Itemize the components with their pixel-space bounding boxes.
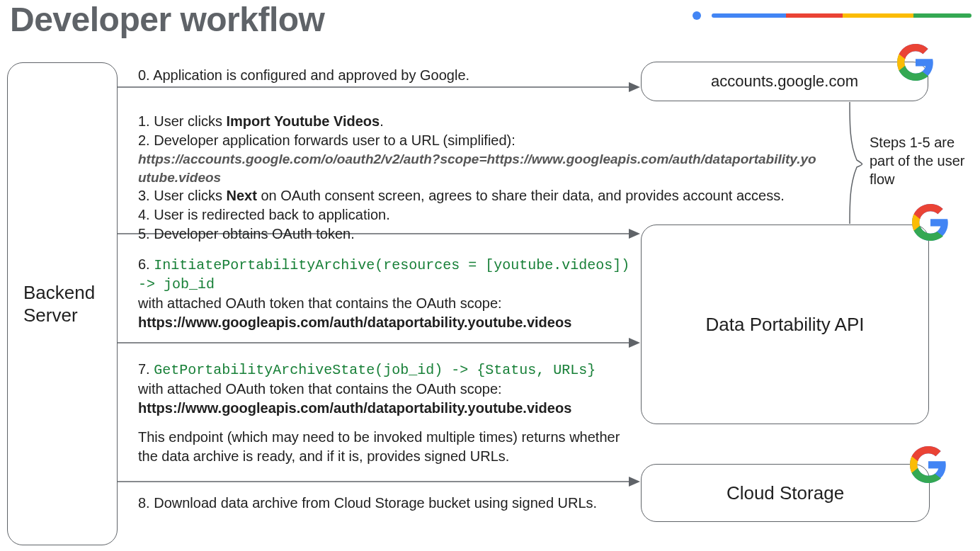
- google-g-icon: [895, 42, 936, 83]
- step6-desc: with attached OAuth token that contains …: [138, 294, 648, 313]
- step6-block: 6. InitiatePortabilityArchive(resources …: [138, 255, 648, 332]
- node-backend-server: Backend Server: [7, 62, 118, 545]
- step7-scope: https://www.googleapis.com/auth/dataport…: [138, 399, 641, 418]
- step1-line: 1. User clicks Import Youtube Videos.: [138, 112, 818, 131]
- svg-marker-5: [629, 338, 640, 348]
- side-note: Steps 1-5 are part of the user flow: [870, 133, 976, 188]
- step7-block: 7. GetPortabilityArchiveState(job_id) ->…: [138, 360, 641, 466]
- google-g-icon: [910, 202, 951, 243]
- arrow-step6: [118, 336, 642, 350]
- step6-code-line1: 6. InitiatePortabilityArchive(resources …: [138, 255, 648, 275]
- step0-text: 0. Application is configured and approve…: [138, 66, 634, 85]
- accent-bar-red: [786, 13, 843, 18]
- steps-1-5-block: 1. User clicks Import Youtube Videos. 2.…: [138, 112, 818, 244]
- step7-code-line: 7. GetPortabilityArchiveState(job_id) ->…: [138, 360, 641, 380]
- step8-text: 8. Download data archive from Cloud Stor…: [138, 494, 634, 513]
- accent-dot: [693, 11, 701, 20]
- step2-line: 2. Developer application forwards user t…: [138, 131, 818, 150]
- node-api-label: Data Portability API: [706, 314, 865, 336]
- node-backend-server-label: Backend Server: [23, 281, 95, 327]
- arrow-step8: [118, 475, 642, 489]
- step6-scope: https://www.googleapis.com/auth/dataport…: [138, 313, 648, 332]
- node-accounts-label: accounts.google.com: [711, 72, 858, 91]
- accent-bar-green: [913, 13, 972, 18]
- step3-line: 3. User clicks Next on OAuth consent scr…: [138, 186, 818, 205]
- node-storage-label: Cloud Storage: [727, 482, 844, 504]
- step7-tail: This endpoint (which may need to be invo…: [138, 428, 641, 466]
- svg-marker-7: [629, 477, 640, 487]
- node-data-portability-api: Data Portability API: [641, 225, 929, 424]
- node-cloud-storage: Cloud Storage: [641, 464, 930, 522]
- oauth-url: https://accounts.google.com/o/oauth2/v2/…: [138, 150, 818, 186]
- page-title: Developer workflow: [10, 0, 324, 39]
- node-accounts-google: accounts.google.com: [641, 62, 928, 101]
- step5-line: 5. Developer obtains OAuth token.: [138, 225, 818, 244]
- step7-desc: with attached OAuth token that contains …: [138, 380, 641, 399]
- accent-bar-yellow: [843, 13, 913, 18]
- step6-code-line2: -> job_id: [138, 275, 648, 294]
- accent-bar-blue: [712, 13, 786, 18]
- google-g-icon: [908, 444, 949, 485]
- step4-line: 4. User is redirected back to applicatio…: [138, 205, 818, 225]
